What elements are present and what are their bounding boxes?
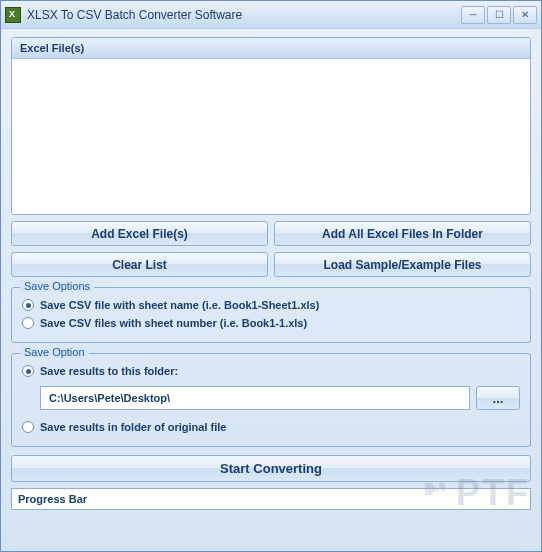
start-converting-button[interactable]: Start Converting	[11, 455, 531, 482]
save-with-sheetnumber-radio[interactable]	[22, 317, 34, 329]
save-to-folder-label: Save results to this folder:	[40, 365, 178, 377]
add-folder-button[interactable]: Add All Excel Files In Folder	[274, 221, 531, 246]
save-options-group: Save Options Save CSV file with sheet na…	[11, 287, 531, 343]
save-with-sheetname-label: Save CSV file with sheet name (i.e. Book…	[40, 299, 319, 311]
save-option-group: Save Option Save results to this folder:…	[11, 353, 531, 447]
progress-bar: Progress Bar	[11, 488, 531, 510]
browse-button[interactable]: ...	[476, 386, 520, 410]
maximize-button[interactable]: ☐	[487, 6, 511, 24]
window-title: XLSX To CSV Batch Converter Software	[27, 8, 461, 22]
close-button[interactable]: ✕	[513, 6, 537, 24]
minimize-button[interactable]: ─	[461, 6, 485, 24]
file-list-panel: Excel File(s)	[11, 37, 531, 215]
save-to-folder-radio[interactable]	[22, 365, 34, 377]
titlebar: XLSX To CSV Batch Converter Software ─ ☐…	[1, 1, 541, 29]
folder-path-input[interactable]	[40, 386, 470, 410]
app-icon	[5, 7, 21, 23]
save-original-folder-label: Save results in folder of original file	[40, 421, 226, 433]
save-with-sheetnumber-label: Save CSV files with sheet number (i.e. B…	[40, 317, 307, 329]
file-list[interactable]	[12, 59, 530, 214]
main-window: XLSX To CSV Batch Converter Software ─ ☐…	[0, 0, 542, 552]
load-sample-button[interactable]: Load Sample/Example Files	[274, 252, 531, 277]
add-files-button[interactable]: Add Excel File(s)	[11, 221, 268, 246]
file-list-header: Excel File(s)	[12, 38, 530, 59]
save-with-sheetname-radio[interactable]	[22, 299, 34, 311]
progress-label: Progress Bar	[18, 493, 87, 505]
content-area: Excel File(s) Add Excel File(s) Add All …	[1, 29, 541, 551]
clear-list-button[interactable]: Clear List	[11, 252, 268, 277]
save-option-legend: Save Option	[20, 346, 89, 358]
save-options-legend: Save Options	[20, 280, 94, 292]
save-original-folder-radio[interactable]	[22, 421, 34, 433]
